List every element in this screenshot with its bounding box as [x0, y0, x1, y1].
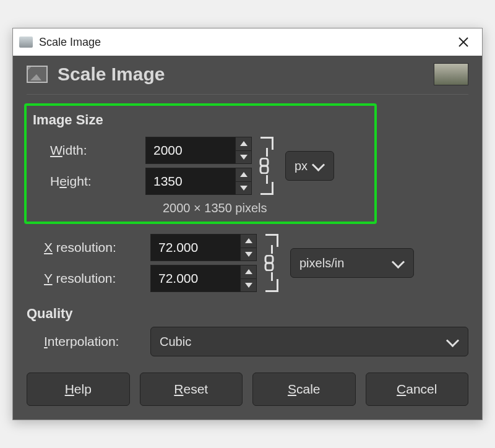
width-label: Width: [33, 143, 138, 158]
chevron-down-icon [449, 338, 459, 345]
resolution-unit-dropdown[interactable]: pixels/in [290, 248, 414, 278]
scale-button[interactable]: Scale [252, 373, 356, 406]
cancel-button[interactable]: Cancel [366, 373, 469, 406]
svg-rect-5 [265, 263, 273, 270]
interpolation-dropdown[interactable]: Cubic [150, 327, 468, 356]
width-input[interactable]: 2000 [145, 137, 252, 164]
chevron-up-icon [245, 238, 252, 243]
chevron-down-icon [315, 163, 325, 169]
chain-link-icon [262, 255, 277, 271]
chevron-up-icon [240, 141, 248, 146]
resolution-lock-toggle[interactable] [260, 234, 278, 292]
chevron-down-icon [240, 186, 248, 191]
chevron-up-icon [245, 269, 252, 274]
x-res-step-up[interactable] [240, 235, 256, 248]
resolution-unit-value: pixels/in [299, 256, 344, 270]
y-resolution-value: 72.000 [151, 271, 240, 286]
width-value: 2000 [146, 143, 235, 158]
x-resolution-label: X resolution: [27, 240, 143, 255]
aspect-lock-toggle[interactable] [255, 137, 273, 195]
x-res-step-down[interactable] [240, 248, 256, 261]
dialog-title: Scale Image [58, 64, 434, 85]
help-button[interactable]: Help [27, 373, 130, 406]
height-input[interactable]: 1350 [145, 168, 252, 195]
interpolation-label: Interpolation: [27, 327, 143, 356]
scale-image-icon [27, 66, 48, 83]
y-resolution-input[interactable]: 72.000 [150, 265, 257, 292]
y-resolution-label: Y resolution: [27, 271, 143, 286]
app-icon [19, 37, 33, 48]
interpolation-value: Cubic [160, 335, 191, 349]
chevron-down-icon [395, 260, 405, 266]
dialog-body: Scale Image Image Size Width: 2000 [13, 56, 482, 420]
height-value: 1350 [146, 174, 235, 189]
y-res-step-down[interactable] [240, 279, 256, 292]
svg-rect-3 [260, 166, 268, 173]
chain-link-icon [257, 158, 272, 174]
dialog-header: Scale Image [27, 56, 468, 95]
height-step-up[interactable] [235, 168, 251, 182]
reset-button[interactable]: Reset [140, 373, 243, 406]
close-icon [458, 37, 469, 48]
height-label: Height: [33, 174, 138, 189]
chevron-down-icon [240, 155, 248, 160]
chevron-down-icon [245, 283, 252, 288]
x-resolution-input[interactable]: 72.000 [150, 234, 257, 261]
height-step-down[interactable] [235, 182, 251, 195]
svg-rect-2 [260, 158, 268, 166]
quality-title: Quality [27, 306, 468, 322]
image-size-title: Image Size [33, 112, 367, 128]
unit-dropdown[interactable]: px [285, 151, 334, 181]
window-title: Scale Image [39, 36, 449, 49]
x-resolution-value: 72.000 [151, 240, 240, 255]
dialog-window: Scale Image Scale Image Image Size Width… [12, 28, 483, 420]
width-step-down[interactable] [235, 151, 251, 164]
image-thumbnail [434, 63, 468, 85]
image-size-section: Image Size Width: 2000 [24, 103, 377, 224]
pixel-dimensions-summary: 2000 × 1350 pixels [163, 201, 367, 215]
title-bar: Scale Image [13, 28, 482, 56]
svg-rect-4 [265, 256, 273, 263]
chevron-down-icon [245, 252, 252, 257]
unit-value: px [295, 159, 308, 173]
y-res-step-up[interactable] [240, 265, 256, 279]
button-row: Help Reset Scale Cancel [27, 373, 468, 406]
width-step-up[interactable] [235, 137, 251, 151]
close-button[interactable] [449, 28, 478, 56]
chevron-up-icon [240, 172, 248, 177]
